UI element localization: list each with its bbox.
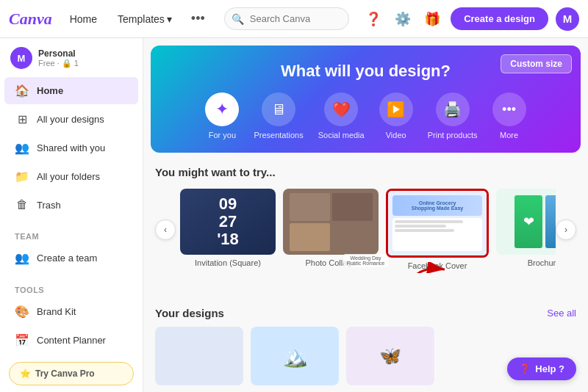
sidebar-avatar: M <box>10 47 32 69</box>
team-section-label: Team <box>0 225 143 244</box>
more-dots-icon: ••• <box>502 102 516 117</box>
user-name: Personal <box>38 48 79 59</box>
monitor-icon: 🖥 <box>271 101 286 118</box>
design-thumb-2[interactable]: 🏔️ <box>251 327 339 385</box>
calendar-icon: 📅 <box>15 333 29 347</box>
design-thumb-1[interactable] <box>155 327 243 385</box>
social-icon-circle: ❤️ <box>324 92 358 126</box>
more-label: More <box>500 131 518 139</box>
try-card-brochure[interactable]: ❤ 📊 Brochure <box>496 189 556 270</box>
sidebar-item-trash[interactable]: 🗑 Trash <box>4 192 138 218</box>
your-designs-header: Your designs See all <box>155 307 576 319</box>
presentations-label: Presentations <box>254 131 303 139</box>
try-pro-button[interactable]: ⭐ Try Canva Pro <box>9 362 134 385</box>
help-button[interactable]: ❓ <box>362 8 384 30</box>
try-section-header: You might want to try... <box>155 166 576 178</box>
video-icon-circle: ▶️ <box>379 92 413 126</box>
shared-icon: 👥 <box>15 141 29 155</box>
main-layout: M Personal Free · 🔒 1 🏠 Home ⊞ All your … <box>0 38 588 392</box>
design-type-print-products[interactable]: 🖨️ Print products <box>428 92 478 139</box>
sidebar: M Personal Free · 🔒 1 🏠 Home ⊞ All your … <box>0 38 143 392</box>
design-type-social-media[interactable]: ❤️ Social media <box>318 92 365 139</box>
sidebar-item-content-planner-label: Content Planner <box>37 335 106 346</box>
sidebar-item-home[interactable]: 🏠 Home <box>4 77 138 104</box>
home-nav-button[interactable]: Home <box>62 9 104 29</box>
design-type-more[interactable]: ••• More <box>492 92 526 139</box>
design-type-presentations[interactable]: 🖥 Presentations <box>254 92 303 139</box>
sidebar-item-create-team[interactable]: 👥 Create a team <box>4 244 138 272</box>
user-plan: Free · 🔒 1 <box>38 59 79 68</box>
design-type-icons: ✦ For you 🖥 Presentations ❤️ Social medi… <box>165 92 566 139</box>
gifts-button[interactable]: 🎁 <box>421 8 443 30</box>
print-icon-circle: 🖨️ <box>436 92 470 126</box>
sidebar-item-folders[interactable]: 📁 All your folders <box>4 163 138 190</box>
for-you-icon-circle: ✦ <box>205 92 239 126</box>
try-pro-label: Try Canva Pro <box>35 369 95 379</box>
design-type-for-you[interactable]: ✦ For you <box>205 92 239 139</box>
see-all-link[interactable]: See all <box>547 308 576 319</box>
try-section: You might want to try... ‹ 0927'18 Invit… <box>143 160 588 279</box>
trash-icon: 🗑 <box>15 198 29 211</box>
folder-icon: 📁 <box>15 170 29 184</box>
help-label: Help ? <box>535 363 564 374</box>
settings-button[interactable]: ⚙️ <box>392 8 414 30</box>
your-designs-title: Your designs <box>155 307 224 319</box>
printer-icon: 🖨️ <box>443 101 462 118</box>
team-icon: 👥 <box>15 251 29 265</box>
home-icon: 🏠 <box>15 84 29 98</box>
search-icon: 🔍 <box>232 13 244 25</box>
user-info: Personal Free · 🔒 1 <box>38 48 79 68</box>
invitation-card-label: Invitation (Square) <box>180 258 276 267</box>
presentations-icon-circle: 🖥 <box>262 92 295 126</box>
heart-icon: ❤️ <box>332 101 351 118</box>
more-icon-circle: ••• <box>492 92 526 126</box>
design-thumb-3[interactable]: 🦋 <box>346 327 434 385</box>
star-icon: ⭐ <box>20 369 31 379</box>
try-card-photo-collage[interactable]: Wedding DayRustic Romance Photo Collage <box>283 189 379 270</box>
facebook-cover-card-image: Online GroceryShopping Made Easy <box>386 189 489 258</box>
brochure-card-label: Brochure <box>496 258 556 267</box>
photo-collage-card-image: Wedding DayRustic Romance <box>283 189 379 255</box>
hero-banner: Custom size What will you design? ✦ For … <box>151 46 581 153</box>
sidebar-item-brand-kit[interactable]: 🎨 Brand Kit <box>4 298 138 325</box>
sidebar-item-folders-label: All your folders <box>37 171 100 182</box>
help-button-floating[interactable]: ❓ Help ? <box>507 357 576 380</box>
try-cards-container: 0927'18 Invitation (Square) <box>176 186 556 273</box>
tools-section-label: Tools <box>0 278 143 297</box>
sidebar-item-home-label: Home <box>37 85 63 96</box>
for-you-label: For you <box>209 131 236 139</box>
try-section-title: You might want to try... <box>155 166 276 178</box>
sidebar-item-create-team-label: Create a team <box>37 253 97 264</box>
try-carousel: ‹ 0927'18 Invitation (Square) <box>155 186 576 273</box>
templates-nav-button[interactable]: Templates ▾ <box>110 9 179 29</box>
more-nav-icon[interactable]: ••• <box>185 8 211 29</box>
play-icon: ▶️ <box>387 101 405 118</box>
fb-header: Online GroceryShopping Made Easy <box>392 195 482 216</box>
sidebar-item-trash-label: Trash <box>37 200 61 211</box>
search-bar: 🔍 <box>224 7 349 30</box>
try-card-facebook-cover[interactable]: Online GroceryShopping Made Easy <box>386 189 489 270</box>
help-icon: ❓ <box>519 363 531 374</box>
custom-size-button[interactable]: Custom size <box>501 54 572 73</box>
design-type-video[interactable]: ▶️ Video <box>379 92 413 139</box>
create-design-button[interactable]: Create a design <box>451 7 548 30</box>
carousel-prev-button[interactable]: ‹ <box>155 219 176 240</box>
grid-icon: ⊞ <box>15 112 29 126</box>
brochure-card-image: ❤ 📊 <box>496 189 556 255</box>
chevron-down-icon: ▾ <box>167 13 172 25</box>
user-section: M Personal Free · 🔒 1 <box>0 38 143 76</box>
canva-logo[interactable]: Canva <box>9 10 52 29</box>
sidebar-item-content-planner[interactable]: 📅 Content Planner <box>4 327 138 354</box>
avatar[interactable]: M <box>556 7 579 31</box>
try-card-invitation[interactable]: 0927'18 Invitation (Square) <box>180 189 276 270</box>
video-label: Video <box>386 131 406 139</box>
nav-right-actions: ❓ ⚙️ 🎁 Create a design M <box>362 7 579 31</box>
fb-body <box>392 218 482 251</box>
carousel-next-button[interactable]: › <box>556 219 576 240</box>
print-products-label: Print products <box>428 131 478 139</box>
sidebar-item-all-designs[interactable]: ⊞ All your designs <box>4 106 138 133</box>
sidebar-item-shared-label: Shared with you <box>37 142 105 153</box>
sidebar-item-shared[interactable]: 👥 Shared with you <box>4 134 138 161</box>
invitation-date: 0927'18 <box>217 195 239 249</box>
sidebar-item-brand-kit-label: Brand Kit <box>37 306 76 317</box>
